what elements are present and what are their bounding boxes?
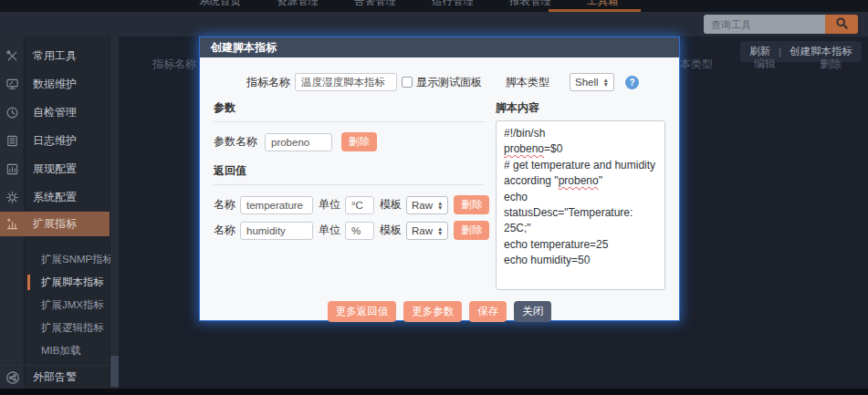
script-content[interactable]: #!/bin/sh probeno=$0 # get temperature a… [496,120,665,290]
return-value-row: 名称 单位 模板 Raw ▲▼ 删除 [214,221,485,240]
delete-param-button[interactable]: 删除 [341,132,377,151]
return-name-label: 名称 [214,223,235,238]
help-icon[interactable]: ? [625,76,639,89]
toolbar-separator: | [779,47,781,57]
select-arrows-icon: ▲▼ [437,226,443,235]
sidebar-item-common-tools[interactable]: 常用工具 [0,42,110,70]
extended-metrics-submenu: 扩展SNMP指标 扩展脚本指标 扩展JMX指标 扩展逻辑指标 MIB加载 [0,248,110,362]
submenu-item-mib[interactable]: MIB加载 [0,339,110,362]
column-header-metric-name: 指标名称 [152,57,196,72]
sidebar-item-label: 系统配置 [25,190,77,205]
clock-icon [0,106,25,120]
close-button[interactable]: 关闭 [514,301,551,322]
sidebar-item-log-maintenance[interactable]: 日志维护 [0,127,110,155]
template-value: Raw [412,225,433,236]
more-params-button[interactable]: 更多参数 [403,301,462,322]
sidebar-item-label: 常用工具 [25,48,77,64]
select-arrows-icon: ▲▼ [437,201,443,210]
active-tab-underline [549,9,641,12]
delete-return-button[interactable]: 删除 [454,221,489,240]
nav-item-resources[interactable]: 资源管理 [277,0,319,7]
share-icon [0,370,25,385]
nav-item-operations[interactable]: 运行管理 [432,0,474,7]
tools-icon [0,49,25,63]
return-unit-input[interactable] [345,222,374,240]
nav-item-home[interactable]: 系统首页 [199,0,241,7]
submenu-item-snmp[interactable]: 扩展SNMP指标 [0,248,110,271]
nav-item-toolbox[interactable]: 工具箱 [587,0,619,7]
return-unit-input[interactable] [345,196,374,214]
return-template-label: 模板 [380,197,402,213]
metric-name-label: 指标名称 [246,75,290,90]
search-box [704,15,858,34]
sidebar-item-self-check[interactable]: 自检管理 [0,99,110,127]
sidebar-item-label: 自检管理 [25,105,77,120]
create-script-metric-dialog: 创建脚本指标 指标名称 显示测试面板 脚本类型 Shell ▲▼ ? 参数 参数… [199,36,680,321]
show-test-panel-label: 显示测试面板 [416,75,482,90]
top-nav: 系统首页 资源管理 告警管理 运行管理 报表管理 工具箱 [199,0,868,7]
return-template-label: 模板 [380,223,402,238]
sidebar-item-label: 展现配置 [25,161,77,177]
show-test-panel-checkbox[interactable] [402,77,413,88]
return-template-select[interactable]: Raw ▲▼ [406,196,448,214]
sidebar: 常用工具 数据维护 自检管理 日志维护 展现配置 [0,36,110,389]
sidebar-item-extended-metrics[interactable]: 扩展指标 [0,212,110,236]
bottom-edge-bar [0,389,868,395]
sub-header-bar [0,12,868,36]
sidebar-item-data-maintenance[interactable]: 数据维护 [0,70,110,99]
returns-section-title: 返回值 [214,163,485,179]
script-type-select[interactable]: Shell ▲▼ [570,73,614,91]
dialog-title: 创建脚本指标 [200,37,679,57]
return-name-input[interactable] [240,222,313,240]
submenu-item-jmx[interactable]: 扩展JMX指标 [0,294,110,317]
log-icon [0,134,25,148]
search-button[interactable] [825,15,858,34]
sidebar-item-label: 外部告警 [25,369,77,385]
return-unit-label: 单位 [319,223,340,238]
sidebar-item-label: 扩展指标 [25,216,77,232]
sidebar-item-system-config[interactable]: 系统配置 [0,183,110,212]
return-value-row: 名称 单位 模板 Raw ▲▼ 删除 [214,195,485,214]
more-returns-button[interactable]: 更多返回值 [328,301,397,322]
chart-icon [0,162,25,176]
divider [214,184,485,185]
submenu-item-logic[interactable]: 扩展逻辑指标 [0,317,110,339]
nav-item-reports[interactable]: 报表管理 [509,0,551,7]
column-header-edit: 编辑 [754,57,776,72]
sidebar-item-display-config[interactable]: 展现配置 [0,155,110,183]
return-template-select[interactable]: Raw ▲▼ [406,222,448,240]
save-button[interactable]: 保存 [469,301,507,322]
template-value: Raw [412,200,433,211]
submenu-item-script[interactable]: 扩展脚本指标 [0,271,110,294]
nav-item-alerts[interactable]: 告警管理 [354,0,396,7]
top-nav-bar: 系统首页 资源管理 告警管理 运行管理 报表管理 工具箱 [0,0,868,12]
params-section-title: 参数 [214,100,485,116]
delete-return-button[interactable]: 删除 [454,195,489,214]
metrics-icon [0,217,25,231]
script-type-value: Shell [575,77,599,88]
sidebar-scrollbar[interactable] [110,36,119,389]
return-name-label: 名称 [214,197,235,213]
search-input[interactable] [704,15,825,34]
script-content-label: 脚本内容 [496,100,665,116]
script-type-label: 脚本类型 [506,75,549,90]
gear-icon [0,191,25,204]
return-unit-label: 单位 [319,197,340,213]
param-name-input[interactable] [265,133,332,151]
column-header-delete: 删除 [820,57,842,72]
sidebar-item-external-alerts[interactable]: 外部告警 [0,365,110,389]
return-name-input[interactable] [240,196,313,214]
sidebar-item-label: 日志维护 [25,133,77,149]
metric-name-input[interactable] [295,73,397,91]
search-icon [835,16,849,33]
select-arrows-icon: ▲▼ [603,78,609,87]
param-name-label: 参数名称 [214,134,257,150]
sidebar-item-label: 数据维护 [25,77,77,92]
sidebar-scrollbar-thumb[interactable] [110,356,119,387]
divider [214,121,485,122]
data-maintenance-icon [0,78,25,91]
